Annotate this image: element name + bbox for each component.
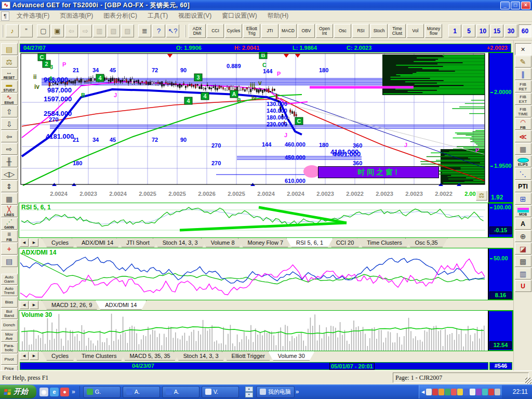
fib-retracement-icon[interactable]: FIB RET <box>515 81 531 92</box>
tray-icon-8[interactable] <box>470 389 475 395</box>
menu-item-3[interactable]: 图表分析(C) <box>98 10 142 22</box>
elliott-icon[interactable]: ∿Elliott <box>1 93 18 105</box>
next-page-icon[interactable]: ⇨ <box>79 24 92 37</box>
scroll-right-icon[interactable]: ⇨ <box>1 143 18 155</box>
tab-stoch-14-3-3[interactable]: Stoch 14, 3, 3 <box>174 351 229 361</box>
taskbar-overflow-chevron-icon[interactable]: » <box>295 388 300 395</box>
open-interest-button[interactable]: Open Int <box>316 24 333 38</box>
pti-icon[interactable]: PTI <box>515 180 531 192</box>
open-chart-icon[interactable]: ▤ <box>1 43 18 55</box>
restore-button[interactable]: □ <box>511 2 520 9</box>
my-computer-task-button[interactable]: 我的电脑 <box>256 386 295 398</box>
rsi-panel[interactable]: RSI 5, 6, 1 100.00 -0.15 <box>19 203 513 238</box>
fib-extension-icon[interactable]: FIB EXT <box>515 93 531 105</box>
stochastics-button[interactable]: Stoch <box>370 24 388 38</box>
tray-icon-13[interactable] <box>501 389 502 395</box>
study-button-9[interactable]: Price Clust <box>1 365 18 370</box>
menu-item-4[interactable]: 工具(T) <box>142 10 173 22</box>
study-button-4[interactable]: Bol Band <box>1 308 18 319</box>
quick-launch-overflow-icon[interactable]: » <box>71 388 76 395</box>
snap-magnet-icon[interactable]: U <box>515 280 531 292</box>
task-button-a2[interactable]: A. <box>162 386 200 398</box>
tab-adx-dmi-14[interactable]: ADX/DMI 14 <box>72 238 123 247</box>
tab-volume-8[interactable]: Volume 8 <box>201 238 245 247</box>
macd-button[interactable]: MACD <box>280 24 297 38</box>
study-icon[interactable]: ▬STUDY <box>1 81 18 92</box>
tray-icon-2[interactable] <box>432 389 438 395</box>
taskbar-scroll-up-icon[interactable]: ▲ <box>245 387 253 392</box>
timeframe-button-5[interactable]: 5 <box>462 24 475 37</box>
tab-scroll-right-icon[interactable]: ▶ <box>30 238 38 247</box>
delete-page-icon[interactable]: ▧ <box>107 24 120 37</box>
lines-icon[interactable]: ╳LINES <box>1 205 18 217</box>
print-icon[interactable]: ≣ <box>138 24 151 37</box>
tab-scroll-left-icon[interactable]: ◀ <box>20 301 29 309</box>
crosshair-icon[interactable]: + <box>1 243 18 255</box>
close-button[interactable]: × <box>521 2 530 9</box>
parallel-lines-icon[interactable]: ∥ <box>515 68 531 80</box>
tab-osc-5-35[interactable]: Osc 5,35 <box>405 238 448 247</box>
tray-icon-11[interactable] <box>488 389 494 395</box>
compress-bars-icon[interactable]: ╫ <box>1 155 18 167</box>
scroll-left-icon[interactable]: ⇦ <box>1 130 18 142</box>
oscillator-button[interactable]: Osc <box>334 24 351 38</box>
scales-overlay-icon[interactable]: ⚖ <box>476 191 487 201</box>
menu-item-1[interactable]: 文件选项(F) <box>11 10 55 22</box>
tab-scroll-left-icon[interactable]: ◀ <box>20 352 29 360</box>
ellipse-tool-icon[interactable]: ELIPS <box>515 155 531 167</box>
timeframe-button-60[interactable]: 60 <box>518 24 531 37</box>
tab-scroll-right-icon[interactable]: ▶ <box>30 301 38 309</box>
tray-icon-3[interactable] <box>438 389 444 395</box>
tray-icon-7[interactable] <box>463 389 469 395</box>
fib-circle-icon[interactable]: ◠FIB <box>515 118 531 130</box>
page-properties-icon[interactable]: ▤ <box>1 255 18 267</box>
study-button-1[interactable]: Auto Gann <box>1 274 18 285</box>
tray-icon-6[interactable] <box>457 389 463 395</box>
pattern-tool-icon[interactable]: ▩ <box>515 255 531 267</box>
obv-button[interactable]: OBV <box>298 24 315 38</box>
study-button-7[interactable]: Para- bolic <box>1 342 18 353</box>
grid-tool-icon[interactable]: ▦ <box>515 143 531 155</box>
menu-item-7[interactable]: 帮助(H) <box>262 10 294 22</box>
menu-item-6[interactable]: 窗口设置(W) <box>217 10 262 22</box>
annotation-pin-icon[interactable]: ♪ <box>6 24 19 37</box>
timeframe-button-15[interactable]: 15 <box>490 24 503 37</box>
tab-scroll-left-icon[interactable]: ◀ <box>20 238 29 247</box>
start-button[interactable]: 开始 <box>0 385 36 398</box>
tab-adx-dmi-14[interactable]: ADX/DMI 14 <box>95 300 147 310</box>
study-button-5[interactable]: Donch <box>1 320 18 330</box>
reset-icon[interactable]: ↔RESET <box>1 68 18 80</box>
timeframe-button-10[interactable]: 10 <box>476 24 489 37</box>
task-button-v[interactable]: V. <box>202 386 239 398</box>
delete-drawing-icon[interactable]: × <box>515 43 531 55</box>
text-tool-icon[interactable]: A <box>515 218 531 230</box>
save-page-icon[interactable]: ▣ <box>51 24 64 37</box>
tab-rsi-5-6-1[interactable]: RSI 5, 6, 1 <box>286 238 333 247</box>
tab-macd-5-35-35[interactable]: MACD 5, 35, 35 <box>119 351 180 361</box>
adx-panel[interactable]: ADX/DMI 14 50.00 8.16 <box>19 248 513 300</box>
vertical-scale-icon[interactable]: ⇕ <box>1 180 18 192</box>
money-flow-button[interactable]: Money flow <box>425 24 442 38</box>
adx-dmi-button[interactable]: ADX DMI <box>189 24 206 38</box>
new-page-icon[interactable]: ▢ <box>37 24 50 37</box>
tab-elliott-trigger[interactable]: Elliott Trigger <box>222 351 275 361</box>
study-button-8[interactable]: Pivot <box>1 354 18 365</box>
tab-scroll-right-icon[interactable]: ▶ <box>30 352 38 360</box>
study-button-3[interactable]: Bias <box>1 297 18 308</box>
tray-icon-9[interactable] <box>476 389 482 395</box>
menu-item-2[interactable]: 页面选项(P) <box>55 10 98 22</box>
tray-icon-5[interactable] <box>451 389 457 395</box>
tab-stoch-14-3-3[interactable]: Stoch 14, 3, 3 <box>153 238 208 247</box>
scroll-up-icon[interactable]: ⇧ <box>1 105 18 117</box>
taskbar-scroll-down-icon[interactable]: ▼ <box>245 392 253 397</box>
context-help-icon[interactable]: ↖? <box>166 24 179 37</box>
volume-panel[interactable]: Volume 30 12.54 <box>19 310 513 351</box>
tab-macd-12-26-9[interactable]: MACD 12, 26, 9 <box>42 300 102 310</box>
fib-time-icon[interactable]: FIB TIME <box>515 105 531 117</box>
jti-button[interactable]: JTI <box>261 24 278 38</box>
scroll-down-icon[interactable]: ⇩ <box>1 118 18 130</box>
insert-page-icon[interactable]: ▥ <box>93 24 106 37</box>
expand-bars-icon[interactable]: ◁▷ <box>1 168 18 180</box>
task-button-a1[interactable]: A. <box>123 386 160 398</box>
study-button-2[interactable]: Auto Trend <box>1 285 18 296</box>
